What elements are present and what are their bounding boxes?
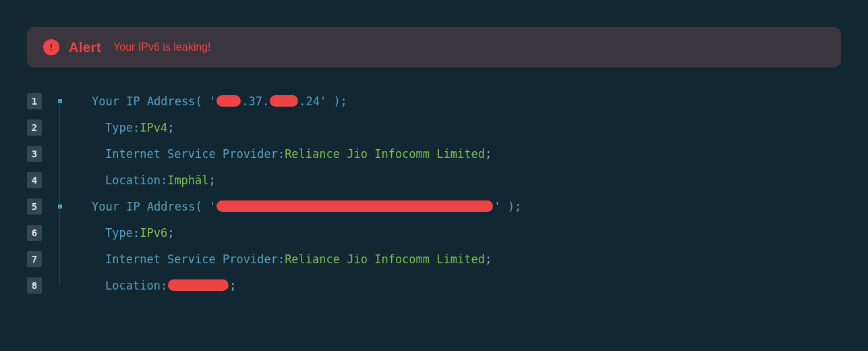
open-paren: ( ' — [196, 200, 216, 213]
code-line: 1 Your IP Address( '.37..24' ); — [27, 88, 868, 114]
isp-value: Reliance Jio Infocomm Limited — [285, 252, 485, 266]
code-line: 5 Your IP Address( '' ); — [27, 193, 868, 219]
location-value: Imphāl — [167, 173, 208, 187]
svg-rect-0 — [51, 44, 52, 48]
gutter — [58, 272, 92, 298]
semi: ; — [229, 279, 236, 292]
code-line: 8 Location : ; — [27, 272, 868, 298]
alert-icon — [43, 39, 59, 55]
ip-address-key: Your IP Address — [92, 200, 196, 213]
gutter — [58, 140, 92, 167]
code-line: 7 Internet Service Provider : Reliance J… — [27, 246, 868, 272]
location-key: Location — [105, 173, 161, 187]
redacted-segment — [216, 95, 241, 107]
colon: : — [161, 173, 167, 187]
semi: ; — [485, 147, 492, 161]
ip-tail: .24' ); — [299, 94, 347, 108]
line-number: 8 — [27, 277, 42, 294]
location-key: Location — [105, 279, 161, 292]
redacted-segment — [216, 200, 493, 212]
ip-address-key: Your IP Address — [92, 94, 196, 108]
alert-banner: Alert Your IPv6 is leaking! — [27, 27, 841, 68]
line-number: 5 — [27, 198, 42, 215]
line-number: 3 — [27, 146, 42, 162]
colon: : — [133, 121, 140, 134]
gutter — [58, 167, 92, 193]
isp-value: Reliance Jio Infocomm Limited — [285, 147, 485, 161]
colon: : — [161, 279, 167, 292]
alert-title: Alert — [69, 40, 101, 55]
type-key: Type — [105, 226, 133, 240]
line-number: 7 — [27, 251, 42, 267]
code-line: 3 Internet Service Provider : Reliance J… — [27, 140, 868, 167]
code-block: 1 Your IP Address( '.37..24' ); 2 Type :… — [27, 88, 868, 298]
gutter — [58, 88, 92, 114]
fold-marker-icon[interactable] — [58, 99, 62, 103]
isp-key: Internet Service Provider — [105, 252, 278, 266]
gutter — [58, 114, 92, 140]
redacted-segment — [168, 279, 229, 291]
semi: ; — [167, 121, 174, 134]
isp-key: Internet Service Provider — [105, 147, 278, 161]
gutter — [58, 246, 92, 272]
semi: ; — [167, 226, 174, 240]
code-line: 4 Location : Imphāl ; — [27, 167, 868, 193]
type-value: IPv4 — [140, 121, 167, 134]
code-line: 6 Type : IPv6 ; — [27, 219, 868, 246]
type-key: Type — [105, 121, 133, 134]
ip-tail: ' ); — [494, 200, 521, 213]
line-number: 4 — [27, 172, 42, 188]
colon: : — [278, 147, 285, 161]
fold-marker-icon[interactable] — [58, 205, 62, 209]
gutter — [58, 193, 92, 219]
line-number: 6 — [27, 225, 42, 241]
type-value: IPv6 — [140, 226, 167, 240]
ip-mid: .37. — [241, 94, 269, 108]
svg-rect-1 — [51, 49, 52, 51]
code-line: 2 Type : IPv4 ; — [27, 114, 868, 140]
semi: ; — [209, 173, 216, 187]
colon: : — [133, 226, 140, 240]
alert-message: Your IPv6 is leaking! — [113, 41, 210, 53]
redacted-segment — [270, 95, 298, 107]
semi: ; — [485, 252, 492, 266]
gutter — [58, 219, 92, 246]
line-number: 1 — [27, 93, 42, 109]
open-paren: ( ' — [196, 94, 216, 108]
line-number: 2 — [27, 119, 42, 136]
colon: : — [278, 252, 285, 266]
